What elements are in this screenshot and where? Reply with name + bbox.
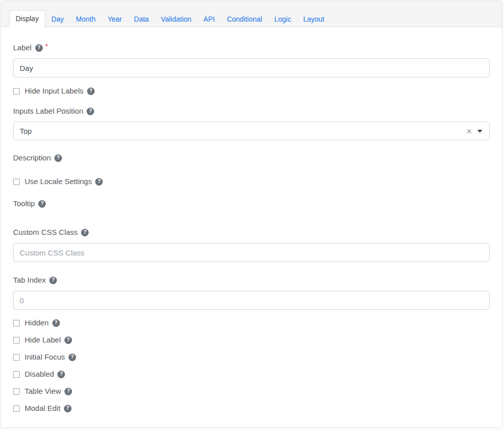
- help-icon[interactable]: ?: [38, 200, 46, 208]
- tab-year[interactable]: Year: [102, 11, 128, 27]
- label-field-group: Label ? *: [13, 43, 490, 77]
- tab-index-label: Tab Index ?: [13, 276, 490, 285]
- tooltip-group: Tooltip ?: [13, 199, 490, 208]
- description-label: Description ?: [13, 153, 490, 162]
- hide-label-label: Hide Label: [25, 335, 61, 344]
- label-input[interactable]: [13, 58, 490, 77]
- tooltip-label-text: Tooltip: [13, 199, 35, 208]
- disabled-label: Disabled: [25, 370, 54, 379]
- tab-display[interactable]: Display: [9, 10, 45, 27]
- help-icon[interactable]: ?: [35, 44, 43, 52]
- help-icon[interactable]: ?: [87, 108, 94, 115]
- use-locale-settings-row[interactable]: Use Locale Settings ?: [13, 177, 490, 186]
- help-icon[interactable]: ?: [87, 88, 95, 95]
- tab-index-label-text: Tab Index: [13, 276, 46, 285]
- help-icon[interactable]: ?: [64, 388, 72, 395]
- display-settings-form: Label ? * Hide Input Labels ? Inputs Lab…: [1, 27, 502, 425]
- help-icon[interactable]: ?: [57, 371, 65, 378]
- label-field-label: Label ? *: [13, 43, 490, 52]
- component-settings-panel: Display Day Month Year Data Validation A…: [1, 1, 502, 428]
- help-icon[interactable]: ?: [68, 354, 76, 361]
- custom-css-class-group: Custom CSS Class ?: [13, 228, 490, 262]
- hide-input-labels-checkbox[interactable]: [13, 88, 20, 95]
- help-icon[interactable]: ?: [95, 178, 103, 186]
- hide-label-row[interactable]: Hide Label ?: [13, 335, 490, 344]
- tab-logic[interactable]: Logic: [268, 11, 297, 27]
- help-icon[interactable]: ?: [52, 319, 60, 327]
- tab-month[interactable]: Month: [70, 11, 102, 27]
- inputs-label-position-value: Top: [20, 127, 32, 135]
- tab-api[interactable]: API: [197, 11, 221, 27]
- clear-selection-icon[interactable]: ×: [466, 127, 472, 136]
- tab-layout[interactable]: Layout: [297, 11, 330, 27]
- help-icon[interactable]: ?: [81, 229, 89, 236]
- inputs-label-position-label-text: Inputs Label Position: [13, 107, 83, 116]
- inputs-label-position-label: Inputs Label Position ?: [13, 107, 490, 116]
- hidden-row[interactable]: Hidden ?: [13, 318, 490, 327]
- custom-css-class-label-text: Custom CSS Class: [13, 228, 78, 237]
- modal-edit-checkbox[interactable]: [13, 405, 20, 412]
- hide-label-checkbox[interactable]: [13, 337, 20, 343]
- tooltip-label: Tooltip ?: [13, 199, 490, 208]
- custom-css-class-label: Custom CSS Class ?: [13, 228, 490, 237]
- use-locale-settings-label: Use Locale Settings: [25, 177, 92, 186]
- modal-edit-row[interactable]: Modal Edit ?: [13, 404, 490, 413]
- hidden-label: Hidden: [25, 318, 49, 327]
- tab-conditional[interactable]: Conditional: [221, 11, 268, 27]
- tab-index-group: Tab Index ?: [13, 276, 490, 310]
- help-icon[interactable]: ?: [54, 154, 62, 162]
- select-controls: ×: [466, 127, 482, 136]
- help-icon[interactable]: ?: [64, 405, 71, 412]
- inputs-label-position-group: Inputs Label Position ? Top ×: [13, 107, 490, 140]
- tab-day[interactable]: Day: [45, 11, 70, 27]
- custom-css-class-input[interactable]: [13, 243, 490, 262]
- toggle-checkbox-list: Hidden ? Hide Label ? Initial Focus ? Di…: [13, 318, 490, 413]
- tab-index-input[interactable]: [13, 291, 490, 310]
- hide-input-labels-label: Hide Input Labels: [25, 87, 84, 96]
- initial-focus-row[interactable]: Initial Focus ?: [13, 353, 490, 362]
- tab-validation[interactable]: Validation: [155, 11, 197, 27]
- chevron-down-icon: [477, 130, 482, 133]
- disabled-checkbox[interactable]: [13, 371, 20, 378]
- tab-bar: Display Day Month Year Data Validation A…: [1, 1, 502, 27]
- tab-data[interactable]: Data: [128, 11, 155, 27]
- label-field-label-text: Label: [13, 43, 32, 52]
- hide-input-labels-row[interactable]: Hide Input Labels ?: [13, 87, 490, 96]
- table-view-label: Table View: [25, 387, 61, 396]
- modal-edit-label: Modal Edit: [25, 404, 60, 413]
- description-label-text: Description: [13, 153, 51, 162]
- table-view-row[interactable]: Table View ?: [13, 387, 490, 396]
- help-icon[interactable]: ?: [64, 336, 72, 344]
- initial-focus-checkbox[interactable]: [13, 354, 20, 361]
- description-group: Description ?: [13, 153, 490, 162]
- hidden-checkbox[interactable]: [13, 320, 20, 326]
- required-asterisk: *: [45, 42, 48, 51]
- inputs-label-position-select[interactable]: Top ×: [13, 122, 490, 140]
- table-view-checkbox[interactable]: [13, 388, 20, 395]
- initial-focus-label: Initial Focus: [25, 353, 65, 362]
- use-locale-settings-checkbox[interactable]: [13, 179, 20, 185]
- disabled-row[interactable]: Disabled ?: [13, 370, 490, 379]
- help-icon[interactable]: ?: [49, 277, 57, 284]
